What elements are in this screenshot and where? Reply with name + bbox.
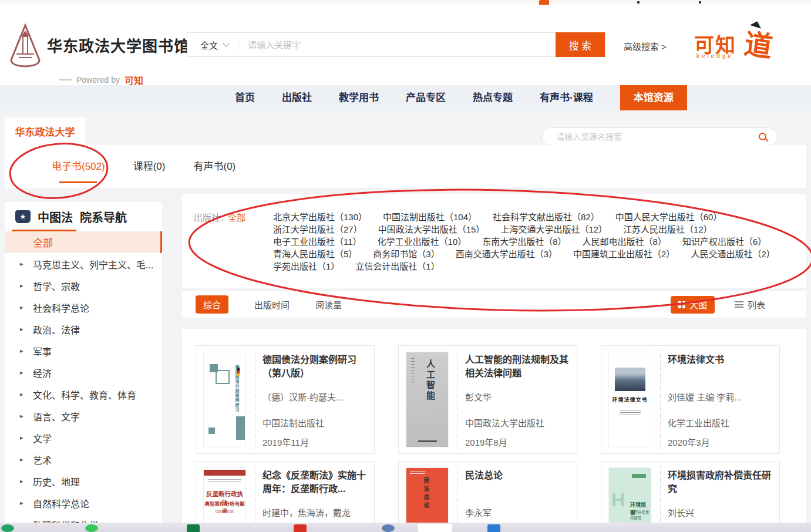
- sidebar-item[interactable]: ▸艺术: [5, 449, 162, 470]
- taskbar-app-icon[interactable]: [418, 524, 452, 532]
- resource-tab[interactable]: 电子书(502): [52, 158, 105, 175]
- sort-option[interactable]: 综合: [196, 295, 228, 314]
- sidebar-item[interactable]: ▸历史、地理: [5, 470, 162, 492]
- publisher-link[interactable]: 社会科学文献出版社（82）: [493, 212, 600, 222]
- taskbar-app-icon[interactable]: [187, 524, 200, 532]
- book-card[interactable]: 德国债法分则案例研习德国债法分则案例研习（第八版）（德）汉斯·约瑟夫...中国法…: [196, 345, 375, 454]
- publisher-link[interactable]: 中国政法大学出版社（15）: [378, 224, 485, 234]
- publisher-link[interactable]: 学苑出版社（1）: [273, 261, 339, 271]
- publisher-link[interactable]: 化学工业出版社（10）: [378, 237, 467, 247]
- site-header: 华东政法大学图书馆 Powered by 可知 全文 搜 索 高级搜索 > 道 …: [0, 5, 811, 85]
- sidebar-item-label: 艺术: [33, 453, 52, 467]
- sidebar-item[interactable]: ▸文化、科学、教育、体育: [5, 383, 162, 405]
- publisher-row: 电子工业出版社（11）化学工业出版社（10）东南大学出版社（8）人民邮电出版社（…: [273, 235, 799, 248]
- browser-toolbar-mark: [637, 1, 640, 4]
- publisher-link[interactable]: 中国建筑工业出版社（2）: [573, 249, 675, 259]
- publisher-link[interactable]: 中国法制出版社（104）: [383, 212, 477, 222]
- nav-item[interactable]: 有声书·课程: [540, 85, 593, 110]
- publisher-link[interactable]: 商务印书馆（3）: [373, 249, 439, 259]
- divider: [457, 351, 458, 449]
- book-author: （德）汉斯·约瑟夫...: [263, 390, 369, 403]
- sort-option[interactable]: 出版时间: [254, 298, 290, 311]
- search-scope-dropdown[interactable]: 全文: [187, 33, 238, 56]
- resource-tab[interactable]: 课程(0): [133, 158, 166, 175]
- book-card[interactable]: 人工智能人工智能的刑法规制及其相关法律问题彭文华中国政法大学出版社2019年8月: [398, 345, 577, 454]
- nav-item[interactable]: 教学用书: [339, 85, 379, 110]
- nav-item[interactable]: 首页: [235, 85, 255, 110]
- publisher-link[interactable]: 知识产权出版社（6）: [682, 237, 766, 247]
- book-title: 纪念《反垄断法》实施十周年：反垄断行政...: [263, 469, 369, 496]
- sort-option[interactable]: 阅读量: [315, 298, 342, 311]
- book-cover: 人工智能: [406, 352, 449, 447]
- book-card[interactable]: 民法总论民法总论李永军: [398, 461, 577, 532]
- chevron-down-icon: [223, 40, 229, 46]
- classification-shield-icon: ★: [15, 210, 31, 223]
- taskbar-app-icon[interactable]: [382, 524, 395, 532]
- book-card[interactable]: 反垄断行政执法典型案件分析与解读（2008-2018）纪念《反垄断法》实施十周年…: [196, 461, 375, 532]
- book-card[interactable]: H环境损害政府补偿责任研究环境损害政府补偿责任研究刘长兴: [601, 461, 780, 532]
- sidebar-item[interactable]: ▸自然科学总论: [5, 492, 162, 514]
- book-title: 环境损害政府补偿责任研究: [668, 469, 775, 496]
- nav-item[interactable]: 产品专区: [406, 85, 446, 110]
- taskbar-app-icon[interactable]: [294, 524, 307, 532]
- sidebar-item-label: 文化、科学、教育、体育: [33, 388, 136, 402]
- publisher-link[interactable]: 中国人民大学出版社（60）: [615, 212, 722, 222]
- resource-tab[interactable]: 有声书(0): [193, 158, 235, 175]
- book-card[interactable]: 环境法律文书环境法律文书刘佳嫒 主编 李莉...化学工业出版社2020年3月: [601, 345, 780, 454]
- publisher-link[interactable]: 浙江大学出版社（27）: [273, 224, 362, 234]
- publisher-link[interactable]: 上海交通大学出版社（12）: [500, 224, 607, 234]
- sidebar-item[interactable]: ▸数理科学和化学: [5, 514, 162, 523]
- sidebar-item[interactable]: ▸政治、法律: [5, 318, 162, 340]
- sidebar-item[interactable]: ▸军事: [5, 340, 162, 362]
- search-button[interactable]: 搜 索: [556, 32, 605, 57]
- publisher-link[interactable]: 人民邮电出版社（8）: [583, 237, 667, 247]
- publisher-link[interactable]: 青海人民出版社（5）: [273, 249, 357, 259]
- publisher-link[interactable]: 人民交通出版社（2）: [691, 249, 775, 259]
- resource-search-input[interactable]: [542, 132, 759, 142]
- organization-tab[interactable]: 华东政法大学: [5, 117, 85, 145]
- browser-tab-icon: [539, 0, 549, 5]
- advanced-search-link[interactable]: 高级搜索 >: [624, 40, 667, 52]
- resource-type-tabs: 电子书(502)课程(0)有声书(0): [5, 145, 806, 188]
- mountain-photo: [615, 368, 645, 391]
- sidebar-tab[interactable]: 院系导航: [80, 208, 127, 225]
- keyword-search-input[interactable]: [238, 33, 556, 56]
- publisher-link[interactable]: 北京大学出版社（130）: [273, 212, 367, 222]
- search-icon[interactable]: [759, 133, 766, 140]
- publisher-filter-panel: 出版社： 全部 北京大学出版社（130）中国法制出版社（104）社会科学文献出版…: [182, 194, 806, 288]
- nav-item[interactable]: 出版社: [282, 85, 312, 110]
- publisher-filter-all[interactable]: 全部: [228, 211, 245, 223]
- publisher-row: 青海人民出版社（5）商务印书馆（3）西南交通大学出版社（3）中国建筑工业出版社（…: [273, 248, 799, 260]
- view-toggle[interactable]: 大图: [671, 296, 715, 314]
- main-search-bar: 全文 搜 索: [187, 32, 605, 57]
- publisher-filter-label: 出版社：: [194, 211, 229, 223]
- publisher-link[interactable]: 东南大学出版社（8）: [482, 237, 566, 247]
- publisher-link[interactable]: 江苏人民出版社（12）: [623, 224, 712, 234]
- publisher-row: 北京大学出版社（130）中国法制出版社（104）社会科学文献出版社（82）中国人…: [273, 211, 799, 223]
- publisher-link[interactable]: 西南交通大学出版社（3）: [456, 249, 557, 259]
- sidebar-item[interactable]: ▸语言、文字: [5, 405, 162, 427]
- sidebar-tab[interactable]: 中图法: [38, 208, 73, 225]
- sidebar-header: ★ 中图法院系导航: [5, 202, 162, 231]
- sidebar-item-label: 历史、地理: [33, 474, 80, 489]
- view-toggle[interactable]: 列表: [735, 296, 765, 314]
- windows-taskbar: [0, 523, 811, 532]
- taskbar-app-icon[interactable]: [1, 524, 14, 532]
- book-author: 彭文华: [465, 390, 572, 403]
- taskbar-app-icon[interactable]: [487, 524, 500, 532]
- sidebar-item[interactable]: ▸哲学、宗教: [5, 275, 162, 297]
- sidebar-item[interactable]: ▸马克思主义、列宁主义、毛...: [5, 253, 162, 275]
- chevron-right-icon: ▸: [20, 412, 25, 420]
- publisher-link[interactable]: 电子工业出版社（11）: [273, 237, 362, 247]
- sidebar-item[interactable]: 全部: [5, 231, 162, 253]
- sidebar-item-label: 数理科学和化学: [33, 518, 99, 523]
- nav-item[interactable]: 本馆资源: [620, 85, 687, 110]
- grid-icon: [678, 301, 685, 308]
- taskbar-app-icon[interactable]: [85, 524, 98, 532]
- sidebar-item[interactable]: ▸文学: [5, 427, 162, 449]
- browser-toolbar-mark: [699, 1, 701, 4]
- sidebar-item[interactable]: ▸经济: [5, 362, 162, 383]
- sidebar-item[interactable]: ▸社会科学总论: [5, 297, 162, 318]
- publisher-link[interactable]: 立信会计出版社（1）: [355, 261, 439, 271]
- nav-item[interactable]: 热点专题: [473, 85, 513, 110]
